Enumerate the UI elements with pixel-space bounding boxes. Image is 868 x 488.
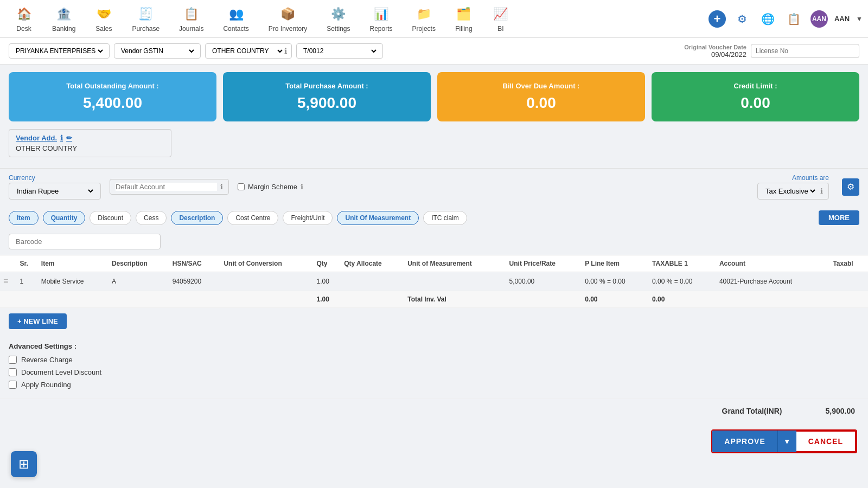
grand-total-label: Grand Total(INR) xyxy=(722,407,782,415)
checkbox-reverse_charge[interactable] xyxy=(9,356,17,364)
settings-label: Settings xyxy=(327,25,350,33)
vendor-add-value: OTHER COUNTRY xyxy=(16,144,164,152)
user-chevron-icon[interactable]: ▼ xyxy=(856,15,863,23)
country-dropdown[interactable]: OTHER COUNTRY xyxy=(210,47,284,55)
user-label[interactable]: AAN xyxy=(834,15,850,23)
vendor-add-text: Vendor Add. xyxy=(16,134,57,142)
label-doc_level_discount: Document Level Discount xyxy=(21,368,101,376)
column-toggles: ItemQuantityDiscountCessDescriptionCost … xyxy=(0,205,868,230)
default-account-input[interactable]: ℹ xyxy=(110,179,229,195)
vendor-gstin-select[interactable]: Vendor GSTIN xyxy=(114,43,201,59)
pro_inventory-icon: 📦 xyxy=(279,5,296,23)
vendor-info-icon[interactable]: ℹ xyxy=(60,134,63,142)
summary-card-total_outstanding: Total Outstanding Amount :5,400.00 xyxy=(9,72,216,121)
summary-card-bill_overdue: Bill Over Due Amount :0.00 xyxy=(437,72,645,121)
country-info-icon[interactable]: ℹ xyxy=(284,47,287,55)
barcode-input[interactable] xyxy=(9,234,161,249)
table-total-row: 1.00Total Inv. Val0.000.00 xyxy=(0,291,868,308)
nav-item-sales[interactable]: 🤝Sales xyxy=(85,0,122,38)
toggle-description[interactable]: Description xyxy=(171,211,223,225)
col-header-p-line-item: P Line Item xyxy=(582,255,649,272)
contacts-label: Contacts xyxy=(223,25,248,33)
margin-scheme-check[interactable] xyxy=(238,183,245,190)
vendor-select[interactable]: PRIYANKA ENTERPRISES xyxy=(9,43,110,59)
nav-item-projects[interactable]: 📁Projects xyxy=(403,0,445,38)
voucher-dropdown[interactable]: T/0012 xyxy=(301,47,378,55)
nav-item-pro_inventory[interactable]: 📦Pro Inventory xyxy=(259,0,317,38)
table-row: ≡1Mobile ServiceA940592001.005,000.000.0… xyxy=(0,272,868,291)
grand-total-value: 5,900.00 xyxy=(826,407,856,415)
adv-option-reverse_charge[interactable]: Reverse Charge xyxy=(9,356,859,364)
language-icon[interactable]: 🌐 xyxy=(758,9,778,29)
more-button[interactable]: MORE xyxy=(819,210,859,225)
margin-scheme-checkbox[interactable]: Margin Scheme ℹ xyxy=(238,183,303,191)
bottom-left-grid-icon[interactable]: ⊞ xyxy=(11,451,37,462)
avatar[interactable]: AAN xyxy=(810,10,828,28)
journals-label: Journals xyxy=(179,25,203,33)
vendor-add-box: Vendor Add. ℹ ✏ OTHER COUNTRY xyxy=(9,129,171,157)
nav-item-banking[interactable]: 🏦Banking xyxy=(42,0,85,38)
nav-item-bi[interactable]: 📈BI xyxy=(482,0,519,38)
drag-handle[interactable]: ≡ xyxy=(3,277,8,286)
original-voucher-date-label: Original Voucher Date xyxy=(684,44,746,50)
col-header-account: Account xyxy=(716,255,829,272)
adv-option-doc_level_discount[interactable]: Document Level Discount xyxy=(9,368,859,376)
adv-option-apply_rounding[interactable]: Apply Rounding xyxy=(9,381,859,389)
currency-dropdown[interactable]: Indian Rupee xyxy=(15,187,95,196)
amounts-dropdown[interactable]: Tax Exclusive xyxy=(763,187,817,196)
nav-item-desk[interactable]: 🏠Desk xyxy=(5,0,42,38)
toggle-unit_measurement[interactable]: Unit Of Measurement xyxy=(337,211,419,225)
total-cell-11: 0.00 xyxy=(649,291,716,308)
checkbox-doc_level_discount[interactable] xyxy=(9,368,17,376)
table-cell-0-8 xyxy=(404,272,506,291)
nav-item-reports[interactable]: 📊Reports xyxy=(360,0,403,38)
notification-icon[interactable]: 📋 xyxy=(784,9,804,29)
license-no-input[interactable] xyxy=(751,44,859,58)
vendor-add-label[interactable]: Vendor Add. ℹ ✏ xyxy=(16,134,164,142)
default-account-field[interactable] xyxy=(116,183,217,191)
nav-item-contacts[interactable]: 👥Contacts xyxy=(213,0,258,38)
vendor-edit-icon[interactable]: ✏ xyxy=(66,134,72,142)
toggle-freight_unit[interactable]: Freight/Unit xyxy=(283,211,333,225)
toggle-cost_centre[interactable]: Cost Centre xyxy=(227,211,278,225)
toggle-item[interactable]: Item xyxy=(9,211,39,225)
nav-item-journals[interactable]: 📋Journals xyxy=(169,0,213,38)
approve-dropdown-button[interactable]: ▼ xyxy=(777,431,796,452)
settings-icon[interactable]: ⚙ xyxy=(732,9,752,29)
default-account-info-icon[interactable]: ℹ xyxy=(220,183,223,191)
approve-button[interactable]: APPROVE xyxy=(712,431,777,452)
total-cell-9 xyxy=(506,291,582,308)
voucher-select[interactable]: T/0012 xyxy=(296,43,383,59)
vendor-gstin-dropdown[interactable]: Vendor GSTIN xyxy=(119,47,196,55)
gear-button[interactable]: ⚙ xyxy=(842,178,859,196)
table-header-row: Sr.ItemDescriptionHSN/SACUnit of Convers… xyxy=(0,255,868,272)
summary-card-total_purchase: Total Purchase Amount :5,900.00 xyxy=(223,72,431,121)
toggle-itc_claim[interactable]: ITC claim xyxy=(423,211,467,225)
approve-button-group: APPROVE ▼ CANCEL xyxy=(711,429,857,453)
toggle-cess[interactable]: Cess xyxy=(136,211,167,225)
checkbox-apply_rounding[interactable] xyxy=(9,381,17,389)
bi-icon: 📈 xyxy=(492,5,509,23)
add-button[interactable]: + xyxy=(709,10,726,28)
total-cell-6: 1.00 xyxy=(314,291,341,308)
col-header-taxabl: Taxabl xyxy=(829,255,868,272)
items-table: Sr.ItemDescriptionHSN/SACUnit of Convers… xyxy=(0,255,868,308)
table-body: ≡1Mobile ServiceA940592001.005,000.000.0… xyxy=(0,272,868,308)
col-header-unit-of-measurement: Unit of Measurement xyxy=(404,255,506,272)
cancel-button[interactable]: CANCEL xyxy=(796,431,856,452)
vendor-dropdown[interactable]: PRIYANKA ENTERPRISES xyxy=(14,47,105,55)
license-no-field[interactable] xyxy=(756,47,854,55)
country-select[interactable]: OTHER COUNTRY ℹ xyxy=(205,43,292,59)
nav-item-filling[interactable]: 🗂️Filling xyxy=(445,0,482,38)
toggle-discount[interactable]: Discount xyxy=(90,211,131,225)
nav-item-purchase[interactable]: 🧾Purchase xyxy=(122,0,169,38)
nav-item-settings[interactable]: ⚙️Settings xyxy=(317,0,360,38)
currency-select[interactable]: Indian Rupee xyxy=(9,183,101,200)
new-line-button[interactable]: + NEW LINE xyxy=(9,313,67,329)
amounts-select[interactable]: Tax Exclusive ℹ xyxy=(757,183,829,200)
toggle-quantity[interactable]: Quantity xyxy=(43,211,86,225)
pro_inventory-label: Pro Inventory xyxy=(269,25,307,33)
new-line-row: + NEW LINE xyxy=(0,308,868,335)
margin-scheme-info-icon[interactable]: ℹ xyxy=(301,183,303,191)
amounts-info-icon[interactable]: ℹ xyxy=(820,187,823,195)
